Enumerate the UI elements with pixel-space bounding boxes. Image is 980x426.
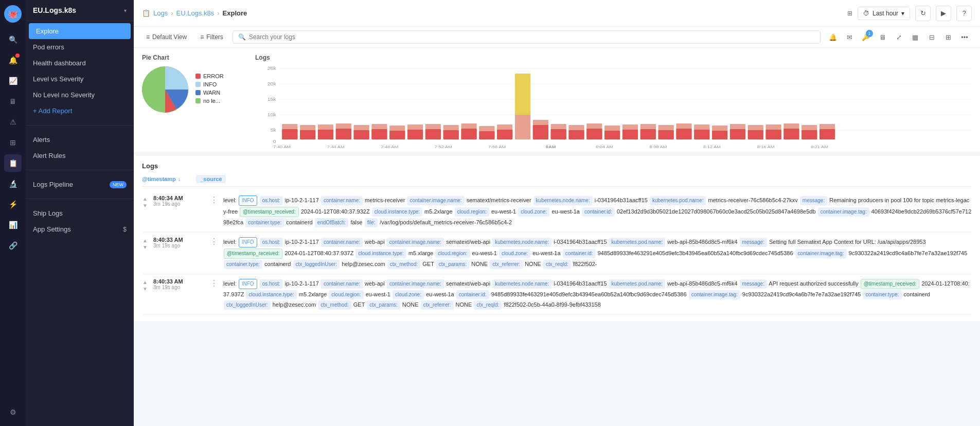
legend-error: ERROR: [195, 73, 224, 79]
breadcrumb-sep2: ›: [217, 9, 219, 17]
svg-text:0: 0: [273, 139, 276, 144]
nav-section-pipeline: Logs Pipeline NEW: [26, 174, 134, 194]
svg-rect-67: [766, 130, 781, 139]
svg-text:8:16 AM: 8:16 AM: [757, 145, 774, 149]
time-range-button[interactable]: ⏱ Last hour ▾: [858, 7, 910, 20]
pie-container: ERROR INFO WARN no le...: [142, 66, 245, 113]
log-timestamp-3: 8:40:33 AM 3m 19s ago: [153, 278, 205, 290]
breadcrumb-eu[interactable]: EU.Logs.k8s: [176, 9, 215, 17]
log-expand-3[interactable]: ▲ ▼: [142, 278, 148, 292]
svg-text:10k: 10k: [268, 112, 276, 117]
breadcrumb-current: Explore: [223, 9, 247, 17]
toolbar: ≡ Default View ≡ Filters 🔍 🔔 ✉ 🔑 🖥 ⤢ ▦ ⊟…: [134, 27, 980, 48]
svg-rect-15: [300, 130, 315, 139]
nav-item-level-vs-severity[interactable]: Level vs Severity: [26, 71, 134, 87]
search-input[interactable]: [249, 33, 815, 41]
monitor-button[interactable]: 🖥: [875, 30, 889, 44]
split-button[interactable]: ⊟: [924, 30, 939, 44]
nav-item-ship-logs[interactable]: Ship Logs: [26, 205, 134, 221]
nav-item-pod-errors[interactable]: Pod errors: [26, 39, 134, 55]
nav-divider-1: [26, 125, 134, 126]
search-box[interactable]: 🔍: [233, 30, 821, 44]
filter-icon: ≡: [200, 33, 204, 41]
nav-icon-alerts[interactable]: 🔔: [4, 51, 22, 69]
ts-received-tag-1: @timestamp_received:: [240, 207, 298, 217]
log-more-3[interactable]: ⋮: [210, 278, 218, 288]
barcode-button[interactable]: ▦: [908, 30, 922, 44]
svg-rect-55: [658, 130, 674, 139]
nav-icon-experience[interactable]: ⚡: [4, 196, 22, 213]
mail-button[interactable]: ✉: [842, 30, 857, 44]
nav-icon-search[interactable]: 🔍: [4, 31, 22, 48]
default-view-button[interactable]: ≡ Default View: [142, 31, 191, 43]
level-tag-1: INFO: [239, 196, 257, 206]
svg-text:5k: 5k: [271, 128, 276, 133]
app-chevron-icon: ▾: [124, 8, 127, 13]
nav-item-explore[interactable]: Explore: [29, 23, 131, 39]
log-content-2: level: INFO os.host: ip-10-2-1-117 conta…: [223, 237, 972, 270]
nav-item-add-report-label: + Add Report: [33, 107, 72, 115]
svg-rect-61: [712, 131, 727, 139]
log-expand-2[interactable]: ▲ ▼: [142, 237, 148, 250]
nav-item-app-settings[interactable]: App Settings $: [26, 221, 134, 237]
legend-nole-dot: [195, 98, 201, 103]
nav-icon-reports[interactable]: 📊: [4, 216, 22, 234]
svg-text:7:44 AM: 7:44 AM: [327, 145, 345, 149]
breadcrumb-logs[interactable]: Logs: [153, 9, 168, 17]
cloud-region-tag-1: cloud.region:: [455, 207, 489, 217]
nav-item-alert-rules-label: Alert Rules: [33, 152, 66, 159]
nav-section-main: Explore Pod errors Health dashboard Leve…: [26, 21, 134, 121]
play-icon: ▶: [941, 9, 946, 17]
bell-button[interactable]: 🔔: [826, 30, 840, 44]
nav-icon-metrics[interactable]: 📈: [4, 72, 22, 90]
nav-item-no-level[interactable]: No Level no Severity: [26, 87, 134, 103]
nav-icon-settings[interactable]: ⚙: [4, 403, 22, 421]
filters-button[interactable]: ≡ Filters: [196, 31, 227, 43]
svg-rect-29: [425, 129, 441, 139]
log-ago-2: 3m 19s ago: [153, 243, 205, 248]
container-name-tag-3: container.name:: [321, 279, 363, 289]
key-button[interactable]: 🔑: [859, 30, 873, 44]
ctx-reqid-tag-3: ctx_reqId:: [474, 300, 502, 310]
nav-icon-logs[interactable]: 📋: [4, 154, 22, 172]
play-button[interactable]: ▶: [936, 6, 951, 21]
nav-item-ship-logs-label: Ship Logs: [33, 209, 63, 217]
grid-view-button[interactable]: ⊞: [847, 10, 852, 17]
nav-section-alerts: Alerts Alert Rules: [26, 130, 134, 166]
log-more-1[interactable]: ⋮: [210, 195, 218, 205]
nav-icon-alerts2[interactable]: ⚠: [4, 113, 22, 131]
nav-icon-dashboards[interactable]: ⊞: [4, 134, 22, 151]
grid-icon: ⊞: [847, 10, 852, 17]
nav-icon-infra[interactable]: 🖥: [4, 93, 22, 110]
container-name-tag-2: container.name:: [321, 238, 363, 247]
nav-item-alert-rules[interactable]: Alert Rules: [26, 148, 134, 164]
log-more-2[interactable]: ⋮: [210, 237, 218, 246]
log-expand-1[interactable]: ▲ ▼: [142, 195, 148, 208]
col-timestamp[interactable]: @timestamp ↓: [142, 176, 181, 182]
help-button[interactable]: ?: [956, 6, 972, 21]
svg-rect-49: [604, 131, 620, 139]
nav-item-logs-pipeline[interactable]: Logs Pipeline NEW: [26, 176, 134, 192]
nav-divider-2: [26, 170, 134, 170]
nav-icon-synthetics[interactable]: 🔬: [4, 175, 22, 192]
file-tag-1: file:: [365, 218, 378, 227]
expand-button[interactable]: ⤢: [892, 30, 906, 44]
nav-item-add-report[interactable]: + Add Report: [26, 103, 134, 119]
log-entry: ▲ ▼ 8:40:34 AM 3m 19s ago ⋮ level: INFO …: [142, 191, 972, 233]
svg-text:8AM: 8AM: [546, 145, 556, 149]
nav-item-alerts[interactable]: Alerts: [26, 132, 134, 148]
more-button[interactable]: •••: [957, 30, 972, 44]
svg-text:8:12 AM: 8:12 AM: [703, 145, 721, 149]
log-entry-2: ▲ ▼ 8:40:33 AM 3m 19s ago ⋮ level: INFO …: [142, 233, 972, 274]
svg-text:7:52 AM: 7:52 AM: [435, 145, 452, 149]
nav-icon-integrations[interactable]: 🔗: [4, 237, 22, 254]
app-logo[interactable]: 🐙: [4, 5, 22, 23]
refresh-button[interactable]: ↻: [915, 6, 931, 21]
col-source[interactable]: _source: [196, 175, 226, 183]
app-header[interactable]: EU.Logs.k8s ▾: [26, 0, 134, 21]
nav-item-health-dashboard[interactable]: Health dashboard: [26, 55, 134, 71]
logs-header: @timestamp ↓ _source: [142, 175, 972, 187]
svg-text:15k: 15k: [268, 97, 276, 102]
table-button[interactable]: ⊞: [941, 30, 955, 44]
app-title: EU.Logs.k8s: [33, 6, 76, 14]
